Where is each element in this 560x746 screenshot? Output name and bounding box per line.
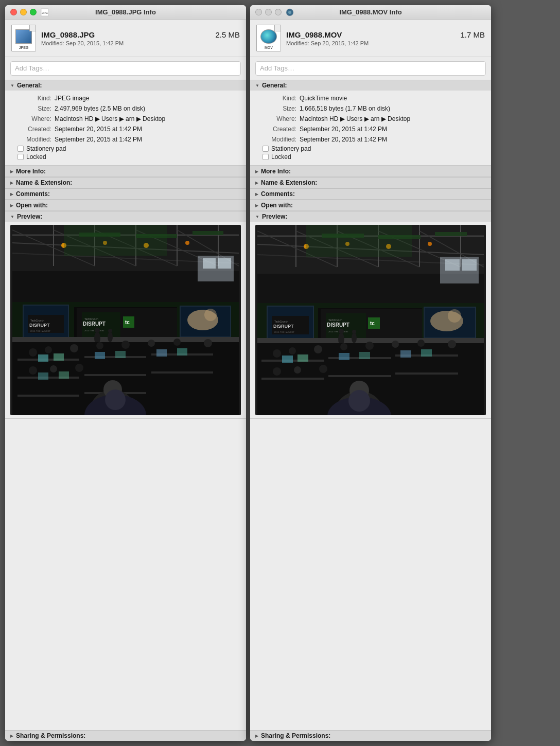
size-label-mov: Size: [260, 104, 296, 113]
locked-label-jpg: Locked [26, 153, 46, 161]
general-section-header-mov[interactable]: ▼ General: [250, 80, 491, 91]
more-info-section-mov[interactable]: ▶ More Info: [250, 166, 491, 177]
open-with-triangle-jpg: ▶ [10, 203, 13, 208]
svg-rect-59 [18, 395, 79, 397]
general-triangle-mov: ▼ [255, 83, 259, 88]
svg-rect-64 [115, 351, 126, 358]
file-modified-jpg: Modified: Sep 20, 2015, 1:42 PM [41, 40, 240, 46]
modified-label-mov: Modified: [260, 135, 296, 144]
conference-scene-mov: TechCrunch DISRUPT 2015: THE HARVEST Tec… [255, 225, 486, 415]
tags-input-mov[interactable]: Add Tags… [255, 61, 486, 76]
size-row-mov: Size: 1,666,518 bytes (1.7 MB on disk) [260, 104, 485, 113]
where-row-jpg: Where: Macintosh HD ▶ Users ▶ arn ▶ Desk… [15, 114, 240, 123]
close-button-mov[interactable] [255, 9, 262, 15]
preview-section-header-mov[interactable]: ▼ Preview: [250, 211, 491, 222]
name-ext-triangle-jpg: ▶ [10, 181, 13, 185]
tags-input-jpg[interactable]: Add Tags… [10, 61, 241, 76]
close-button[interactable] [10, 9, 17, 15]
open-with-section-jpg[interactable]: ▶ Open with: [5, 200, 246, 211]
stationery-row-jpg: Stationery pad [18, 145, 240, 152]
modified-value-mov: September 20, 2015 at 1:42 PM [300, 135, 387, 144]
locked-checkbox-jpg[interactable] [18, 154, 24, 160]
sharing-section-mov[interactable]: ▶ Sharing & Permissions: [250, 730, 491, 741]
svg-text:TechCrunch: TechCrunch [84, 317, 98, 321]
open-with-triangle-mov: ▶ [255, 203, 258, 208]
svg-point-150 [289, 347, 296, 354]
general-section-title-mov: General: [262, 82, 287, 89]
sharing-title-mov: Sharing & Permissions: [261, 732, 330, 739]
svg-text:DISRUPT: DISRUPT [83, 321, 106, 327]
minimize-button[interactable] [20, 9, 27, 15]
comments-section-mov[interactable]: ▶ Comments: [250, 188, 491, 200]
more-info-title-mov: More Info: [261, 168, 291, 175]
locked-label-mov: Locked [271, 153, 291, 161]
svg-point-134 [352, 333, 357, 343]
open-with-section-mov[interactable]: ▶ Open with: [250, 200, 491, 211]
svg-point-85 [288, 11, 291, 14]
svg-text:TechCrunch: TechCrunch [328, 318, 342, 322]
kind-label-mov: Kind: [260, 94, 296, 103]
file-icon-mov: MOV [256, 25, 281, 51]
jpg-info-window: JPG IMG_0988.JPG Info JPEG IMG_0988.JPG … [5, 5, 246, 741]
svg-point-159 [319, 365, 327, 373]
locked-checkbox-mov[interactable] [262, 154, 269, 160]
svg-rect-110 [435, 232, 467, 236]
svg-point-75 [173, 339, 181, 346]
name-ext-section-jpg[interactable]: ▶ Name & Extension: [5, 177, 246, 188]
file-info-jpg: IMG_0988.JPG 2.5 MB Modified: Sep 20, 20… [41, 30, 240, 46]
more-info-triangle-mov: ▶ [255, 169, 258, 174]
preview-section-header-jpg[interactable]: ▼ Preview: [5, 211, 246, 222]
svg-point-49 [95, 328, 100, 333]
where-row-mov: Where: Macintosh HD ▶ Users ▶ arn ▶ Desk… [260, 114, 485, 123]
title-bar-jpg: JPG IMG_0988.JPG Info [5, 5, 246, 20]
general-triangle-jpg: ▼ [10, 83, 14, 88]
stationery-row-mov: Stationery pad [262, 145, 485, 152]
sharing-title-jpg: Sharing & Permissions: [16, 732, 85, 739]
svg-point-151 [314, 345, 322, 353]
preview-image-mov: TechCrunch DISRUPT 2015: THE HARVEST Tec… [255, 225, 486, 415]
svg-point-71 [70, 344, 78, 352]
comments-section-jpg[interactable]: ▶ Comments: [5, 188, 246, 200]
svg-rect-27 [64, 225, 167, 256]
name-ext-section-mov[interactable]: ▶ Name & Extension: [250, 177, 491, 188]
created-label-mov: Created: [260, 125, 296, 134]
file-size-jpg: 2.5 MB [215, 30, 240, 39]
where-value-mov: Macintosh HD ▶ Users ▶ arn ▶ Desktop [300, 114, 410, 123]
stationery-label-mov: Stationery pad [271, 145, 311, 152]
modified-row-jpg: Modified: September 20, 2015 at 1:42 PM [15, 135, 240, 144]
svg-rect-111 [306, 225, 412, 257]
svg-point-72 [96, 342, 103, 349]
file-modified-mov: Modified: Sep 20, 2015, 1:42 PM [286, 40, 485, 46]
size-row-jpg: Size: 2,497,969 bytes (2.5 MB on disk) [15, 104, 240, 113]
general-section-title-jpg: General: [17, 82, 42, 89]
maximize-button[interactable] [30, 9, 37, 15]
more-info-triangle-jpg: ▶ [10, 169, 13, 174]
file-header-mov: MOV IMG_0988.MOV 1.7 MB Modified: Sep 20… [250, 20, 491, 57]
maximize-button-mov[interactable] [275, 9, 282, 15]
svg-point-133 [339, 329, 344, 334]
svg-point-20 [185, 241, 189, 245]
sharing-section-jpg[interactable]: ▶ Sharing & Permissions: [5, 730, 246, 741]
svg-point-152 [340, 343, 347, 350]
svg-point-74 [148, 340, 155, 347]
created-value-mov: September 20, 2015 at 1:42 PM [300, 125, 387, 134]
stationery-checkbox-mov[interactable] [262, 146, 269, 152]
tags-placeholder-mov: Add Tags… [260, 64, 294, 72]
svg-rect-66 [177, 348, 187, 356]
svg-rect-57 [84, 374, 146, 376]
preview-section-title-jpg: Preview: [17, 213, 42, 220]
minimize-button-mov[interactable] [265, 9, 272, 15]
svg-text:tc: tc [125, 319, 130, 325]
svg-point-104 [428, 242, 432, 246]
general-section-header-jpg[interactable]: ▼ General: [5, 80, 246, 91]
more-info-section-jpg[interactable]: ▶ More Info: [5, 166, 246, 177]
svg-text:TechCrunch: TechCrunch [274, 320, 288, 323]
stationery-checkbox-jpg[interactable] [18, 146, 24, 152]
kind-row-jpg: Kind: JPEG image [15, 94, 240, 103]
svg-text:DISRUPT: DISRUPT [273, 324, 294, 329]
svg-text:2015: THE HARVEST: 2015: THE HARVEST [30, 330, 51, 332]
file-icon-jpg: JPEG [11, 25, 36, 51]
svg-rect-143 [282, 356, 293, 363]
svg-text:DISRUPT: DISRUPT [327, 322, 349, 328]
svg-rect-58 [151, 371, 213, 374]
